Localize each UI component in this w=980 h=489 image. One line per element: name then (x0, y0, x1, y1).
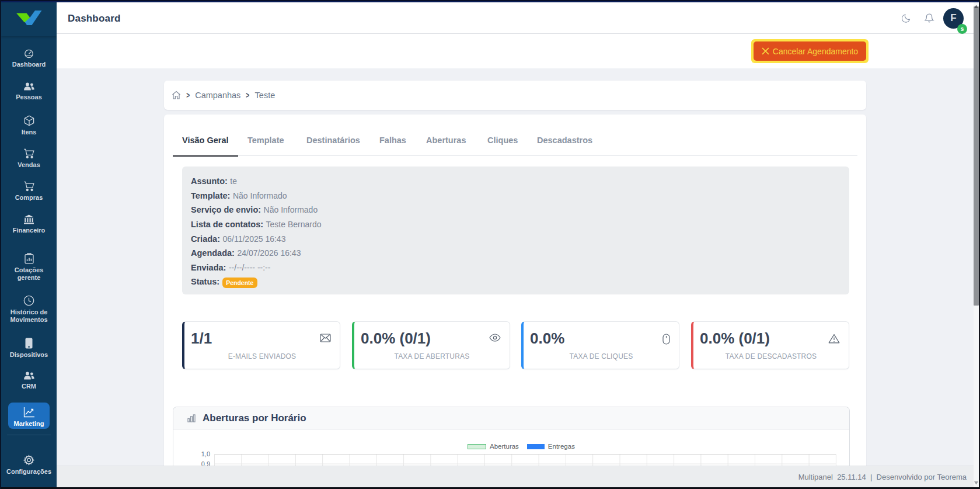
svg-text:1,0: 1,0 (201, 450, 210, 457)
svg-text:0,9: 0,9 (201, 460, 210, 466)
